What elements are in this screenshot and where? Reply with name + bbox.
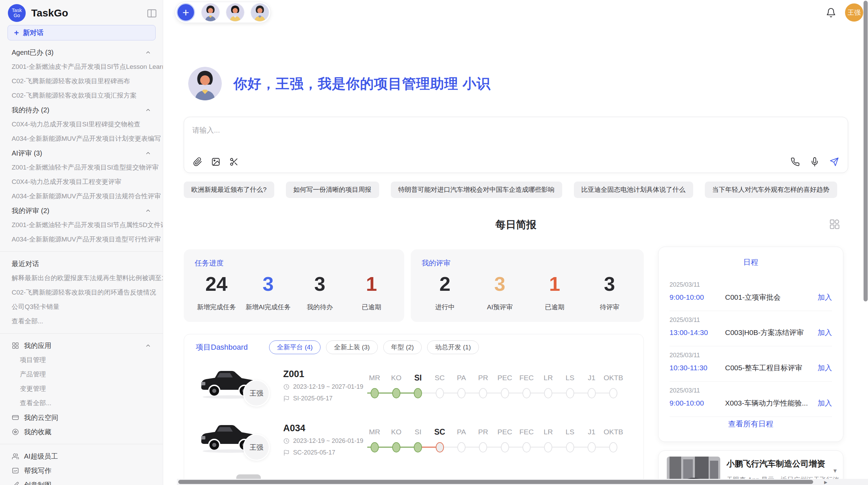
schedule-event: 2025/03/1113:00-14:30C003|H0B-方案冻结评审加入	[670, 311, 832, 346]
sidebar-item-creative-draw-label: 创意制图	[24, 478, 51, 485]
notification-bell-icon[interactable]	[826, 8, 836, 18]
event-join-link[interactable]: 加入	[818, 398, 832, 408]
suggestion-chips: 欧洲新规最近颁布了什么?如何写一份清晰的项目周报特朗普可能对进口汽车增税会对中国…	[184, 182, 837, 198]
view-all-schedule-link[interactable]: 查看所有日程	[659, 419, 843, 429]
project-flag-text: SC-2025-05-17	[293, 449, 335, 456]
stat-value: 3	[494, 271, 505, 297]
sidebar-item-favorites[interactable]: 我的收藏	[0, 425, 163, 439]
horizontal-scrollbar[interactable]: ▶	[177, 479, 868, 485]
sidebar-item[interactable]: A034-全新新能源MUV产品开发项目法规符合性评审	[0, 189, 163, 203]
project-code: Z001	[283, 369, 304, 380]
sidebar-divider	[0, 333, 163, 334]
sidebar-item-help-write[interactable]: 帮我写作	[0, 463, 163, 478]
milestone-dot	[371, 442, 379, 452]
my-review-title: 我的评审	[422, 258, 450, 268]
sidebar-item[interactable]: A034-全新新能源MUV产品开发项目造型可行性评审	[0, 232, 163, 247]
event-join-link[interactable]: 加入	[818, 293, 832, 302]
sidebar-item[interactable]: C0X4-动力总成开发项目工程变更评审	[0, 175, 163, 189]
suggestion-chip[interactable]: 特朗普可能对进口汽车增税会对中国车企造成哪些影响	[391, 182, 562, 198]
assistant-avatar-3[interactable]	[251, 3, 269, 22]
chat-input[interactable]	[192, 125, 840, 147]
project-rows: 王强Z0012023-12-19 ~ 2027-01-19SI-2025-05-…	[184, 359, 643, 468]
milestone-timeline: MRKOSISCPAPRPECFECLRLSJ1OKTB	[364, 426, 624, 460]
recent-view-all[interactable]: 查看全部...	[0, 314, 163, 328]
stat-cell: 3新增AI完成任务	[242, 271, 294, 317]
stat-label: 进行中	[435, 303, 455, 312]
suggestion-chip[interactable]: 如何写一份清晰的项目周报	[286, 182, 379, 198]
milestone-label: PR	[472, 426, 494, 438]
sidebar-item-cloud[interactable]: 我的云空间	[0, 410, 163, 425]
project-owner-badge: 王强	[243, 380, 270, 407]
dashboard-title: 项目Dashboard	[196, 342, 248, 352]
milestone-dot-cell	[407, 442, 429, 452]
scissors-icon[interactable]	[229, 157, 239, 166]
app-root: Task Go TaskGo + 新对话 Agent已办 (3)Z001-全新燃…	[0, 0, 868, 485]
send-icon[interactable]	[830, 157, 839, 166]
suggestion-chip[interactable]: 欧洲新规最近颁布了什么?	[184, 182, 274, 198]
scroll-down-arrow-icon[interactable]: ▼	[832, 468, 838, 474]
recent-chat-item[interactable]: C02-飞腾新能源轻客改款项目的闭环通告反馈情况	[0, 285, 163, 300]
recent-chat-item[interactable]: 解释最新出台的欧盟报废车法规再生塑料比例被调至15%...	[0, 271, 163, 285]
app-item[interactable]: 项目管理	[0, 353, 163, 367]
horizontal-scrollbar-thumb[interactable]	[178, 480, 813, 484]
briefing-layout-icon[interactable]	[829, 219, 840, 229]
sidebar-item[interactable]: Z001-全新燃油轻卡产品开发项目SI造型提交物评审	[0, 160, 163, 175]
sidebar-my-apps[interactable]: 我的应用	[0, 338, 163, 353]
apps-view-all[interactable]: 查看全部...	[0, 396, 163, 410]
user-avatar[interactable]: 王强	[845, 3, 863, 22]
sidebar-item-creative-draw[interactable]: 创意制图	[0, 478, 163, 485]
app-item[interactable]: 产品管理	[0, 367, 163, 382]
image-icon[interactable]	[211, 157, 220, 166]
new-chat-button[interactable]: + 新对话	[8, 25, 156, 40]
event-time: 13:00-14:30	[670, 328, 725, 337]
sidebar-section-header[interactable]: AI评审 (3)	[0, 146, 163, 160]
event-name: C005-整车工程目标评审	[725, 363, 818, 373]
event-join-link[interactable]: 加入	[818, 363, 832, 373]
cloud-icon	[12, 414, 19, 421]
assistant-avatar-1[interactable]	[201, 3, 220, 22]
assistant-avatar-2[interactable]	[226, 3, 244, 22]
dashboard-tab[interactable]: 全新平台 (4)	[269, 340, 321, 354]
sidebar-item[interactable]: C02-飞腾新能源轻客改款项目里程碑画布	[0, 74, 163, 88]
sidebar-section-header[interactable]: 我的评审 (2)	[0, 203, 163, 218]
dashboard-tab[interactable]: 动总开发 (1)	[427, 340, 479, 354]
sidebar-item[interactable]: Z001-全新燃油皮卡产品开发项目SI节点Lesson Learn报告	[0, 60, 163, 74]
sidebar-item[interactable]: Z001-全新燃油轻卡产品开发项目SI节点属性5D文件评审	[0, 218, 163, 232]
milestone-dot-cell	[603, 442, 624, 452]
scroll-right-arrow-icon[interactable]: ▶	[824, 480, 827, 485]
stat-cell: 24新增完成任务	[191, 271, 242, 317]
suggestion-chip[interactable]: 当下年轻人对汽车外观有怎样的喜好趋势	[705, 182, 837, 198]
stat-value: 1	[549, 271, 560, 297]
milestone-dot	[501, 388, 509, 398]
sidebar-section-header[interactable]: 我的待办 (2)	[0, 103, 163, 117]
paperclip-icon[interactable]	[193, 157, 202, 166]
milestone-dot-cell	[538, 388, 559, 398]
sidebar-item-help-write-label: 帮我写作	[24, 463, 51, 478]
milestone-dot-cell	[429, 442, 450, 452]
stat-cell: 3待评审	[582, 271, 637, 317]
recent-chat-item[interactable]: 公司Q3轻卡销量	[0, 300, 163, 314]
event-date: 2025/03/11	[670, 316, 832, 324]
schedule-event: 2025/03/119:00-10:00X003-车辆动力学性能验...加入	[670, 382, 832, 417]
dashboard-tab[interactable]: 年型 (2)	[383, 340, 422, 354]
phone-icon[interactable]	[791, 157, 800, 166]
sidebar-item[interactable]: C02-飞腾新能源轻客改款项目立项汇报方案	[0, 88, 163, 103]
project-row[interactable]: 王强A0342023-12-19 ~ 2026-01-19SC-2025-05-…	[184, 413, 643, 468]
app-item[interactable]: 变更管理	[0, 382, 163, 396]
sidebar-item-ai-staff[interactable]: AI超级员工	[0, 449, 163, 463]
dashboard-tab[interactable]: 全新上装 (3)	[326, 340, 378, 354]
milestone-dot-cell	[538, 442, 559, 452]
milestone-dot	[457, 442, 466, 452]
star-circle-icon	[12, 428, 19, 436]
event-join-link[interactable]: 加入	[818, 328, 832, 337]
sidebar-item[interactable]: A034-全新新能源MUV产品开发项目计划变更表编写	[0, 132, 163, 146]
stat-label: 我的待办	[307, 303, 333, 312]
sidebar-collapse-icon[interactable]	[146, 8, 157, 18]
suggestion-chip[interactable]: 比亚迪全固态电池计划具体说了什么	[574, 182, 693, 198]
mic-icon[interactable]	[810, 157, 819, 166]
sidebar-section-header[interactable]: Agent已办 (3)	[0, 45, 163, 60]
project-row[interactable]: 王强Z0012023-12-19 ~ 2027-01-19SI-2025-05-…	[184, 359, 643, 413]
add-assistant-button[interactable]: +	[177, 3, 195, 22]
vertical-scrollbar-thumb[interactable]	[864, 1, 868, 301]
sidebar-item[interactable]: C0X4-动力总成开发项目SI里程碑提交物检查	[0, 117, 163, 132]
